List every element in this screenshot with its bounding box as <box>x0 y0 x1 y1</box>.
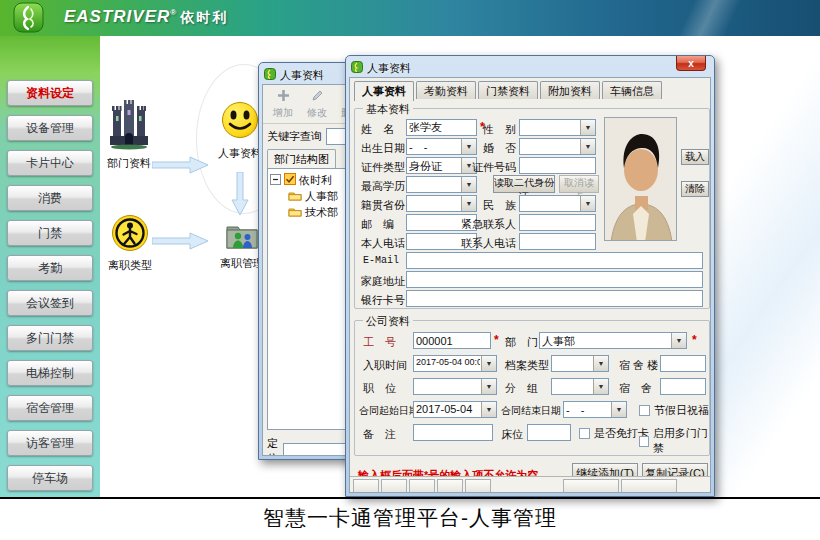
tab-access-data[interactable]: 门禁资料 <box>478 81 538 99</box>
gender-label: 性 别 <box>459 122 516 137</box>
nation-select[interactable]: ▼ <box>519 195 596 212</box>
dialog-title-bar[interactable]: 人事资料 <box>349 59 711 77</box>
sidebar-item-multidoor-access[interactable]: 多门门禁 <box>7 325 93 351</box>
sidebar-item-dorm-management[interactable]: 宿舍管理 <box>7 395 93 421</box>
dropdown-arrow-icon[interactable]: ▼ <box>671 333 686 348</box>
flow-node-leave-type[interactable]: 离职类型 <box>106 214 154 273</box>
bed-input[interactable] <box>527 424 571 441</box>
clear-photo-button[interactable]: 清除 <box>681 181 709 197</box>
dorm-label: 宿 舍 <box>619 381 652 396</box>
archive-type-select[interactable]: ▼ <box>551 355 609 372</box>
dropdown-arrow-icon[interactable]: ▼ <box>481 356 496 371</box>
company-info-group: 公司资料 工 号 * 部 门 人事部▼ * 入职时间 2017-05-04 00… <box>354 320 710 456</box>
sidebar-item-device-management[interactable]: 设备管理 <box>7 115 93 141</box>
dropdown-arrow-icon[interactable]: ▼ <box>580 196 595 211</box>
sidebar-item-elevator-control[interactable]: 电梯控制 <box>7 360 93 386</box>
tab-personnel-data[interactable]: 人事资料 <box>354 81 414 101</box>
sidebar-item-visitor-management[interactable]: 访客管理 <box>7 430 93 456</box>
email-input[interactable] <box>406 252 703 269</box>
hire-date-select[interactable]: 2017-05-04 00:00:00▼ <box>413 355 497 372</box>
arrow-down-icon <box>231 172 249 220</box>
dropdown-arrow-icon[interactable]: ▼ <box>593 379 608 394</box>
contact-phone-input[interactable] <box>519 233 596 250</box>
dropdown-arrow-icon[interactable]: ▼ <box>593 356 608 371</box>
company-info-group-title: 公司资料 <box>363 314 413 329</box>
nation-label: 民 族 <box>459 198 516 213</box>
add-button[interactable]: 增加 <box>267 88 299 120</box>
archive-type-label: 档案类型 <box>505 358 549 373</box>
group-label: 分 组 <box>505 381 538 396</box>
dorm-building-input[interactable] <box>660 355 706 372</box>
dialog-title: 人事资料 <box>280 68 324 83</box>
record-navigator[interactable] <box>350 476 710 492</box>
tree-node-label: 依时利 <box>299 173 332 188</box>
group-select[interactable]: ▼ <box>551 378 609 395</box>
edit-pencil-icon <box>311 89 324 105</box>
holiday-wish-checkbox[interactable]: 节假日祝福 <box>639 403 709 418</box>
multi-door-checkbox[interactable]: 启用多门门禁 <box>639 426 709 456</box>
contract-end-label: 合同结束日期 <box>501 404 561 418</box>
leave-type-icon <box>111 238 149 255</box>
position-select[interactable]: ▼ <box>413 378 497 395</box>
sidebar-item-meeting-signin[interactable]: 会议签到 <box>7 290 93 316</box>
dropdown-arrow-icon[interactable]: ▼ <box>611 402 626 417</box>
cancel-read-button[interactable]: 取消读卡 <box>559 175 599 193</box>
expander-icon[interactable] <box>270 174 281 187</box>
sidebar-item-attendance[interactable]: 考勤 <box>7 255 93 281</box>
education-select[interactable]: ▼ <box>406 176 477 193</box>
dropdown-arrow-icon[interactable]: ▼ <box>461 177 476 192</box>
edit-button[interactable]: 修改 <box>301 88 333 120</box>
tab-attendance-data[interactable]: 考勤资料 <box>416 81 476 99</box>
employee-photo <box>604 117 677 241</box>
tab-vehicle-info[interactable]: 车辆信息 <box>602 81 662 99</box>
marital-select[interactable]: ▼ <box>519 138 596 155</box>
app-logo-icon <box>13 2 44 33</box>
bank-card-input[interactable] <box>406 290 703 307</box>
folder-icon <box>288 206 302 219</box>
flow-label-leave-type: 离职类型 <box>106 258 154 273</box>
birth-date-label: 出生日期 <box>361 141 405 156</box>
contract-end-select[interactable]: - -▼ <box>563 401 627 418</box>
dropdown-arrow-icon[interactable]: ▼ <box>580 120 595 135</box>
id-number-input[interactable] <box>519 157 596 174</box>
sidebar-item-consumption[interactable]: 消费 <box>7 185 93 211</box>
sidebar-item-parking[interactable]: 停车场 <box>7 465 93 491</box>
zip-label: 邮 编 <box>361 217 394 232</box>
dropdown-arrow-icon[interactable]: ▼ <box>580 139 595 154</box>
arrow-right-icon <box>152 232 210 254</box>
checked-checkbox-icon[interactable] <box>284 173 296 187</box>
note-input[interactable] <box>413 424 493 441</box>
name-label: 姓 名 <box>361 122 394 137</box>
flow-node-department-data[interactable]: 部门资料 <box>104 98 154 171</box>
dorm-input[interactable] <box>660 378 706 395</box>
bank-card-label: 银行卡号 <box>361 293 405 308</box>
basic-info-group: 基本资料 姓 名 * 性 别 ▼ 出生日期 - -▼ 婚 否 ▼ 证件类型 身份… <box>354 108 710 309</box>
dropdown-arrow-icon[interactable]: ▼ <box>481 402 496 417</box>
gender-select[interactable]: ▼ <box>519 119 596 136</box>
phone-label: 本人电话 <box>361 236 405 251</box>
province-label: 籍贯省份 <box>361 198 405 213</box>
tab-extra-data[interactable]: 附加资料 <box>540 81 600 99</box>
dialog-icon <box>351 59 363 77</box>
tab-department-structure[interactable]: 部门结构图 <box>267 149 336 168</box>
dialog-icon <box>264 66 276 84</box>
department-select[interactable]: 人事部▼ <box>539 332 687 349</box>
load-photo-button[interactable]: 载入 <box>681 149 709 165</box>
sidebar-item-card-center[interactable]: 卡片中心 <box>7 150 93 176</box>
address-input[interactable] <box>406 271 703 288</box>
employee-no-input[interactable] <box>413 332 491 349</box>
dropdown-arrow-icon[interactable]: ▼ <box>481 379 496 394</box>
contract-start-label: 合同起始日期 <box>359 404 419 418</box>
sidebar-item-access-control[interactable]: 门禁 <box>7 220 93 246</box>
id-number-label: 证件号码 <box>459 160 516 175</box>
sidebar-item-data-settings[interactable]: 资料设定 <box>7 80 93 106</box>
hire-date-label: 入职时间 <box>363 358 407 373</box>
contract-start-select[interactable]: 2017-05-04▼ <box>413 401 497 418</box>
read-id-card-button[interactable]: 读取二代身份证 <box>493 175 555 193</box>
dorm-building-label: 宿 舍 楼 <box>619 358 658 373</box>
employee-no-label: 工 号 <box>363 335 396 350</box>
close-icon[interactable]: x <box>676 56 706 71</box>
checkbox-icon <box>639 436 649 447</box>
emergency-contact-input[interactable] <box>519 214 596 231</box>
top-banner: EASTRIVER®依时利 <box>0 0 820 36</box>
